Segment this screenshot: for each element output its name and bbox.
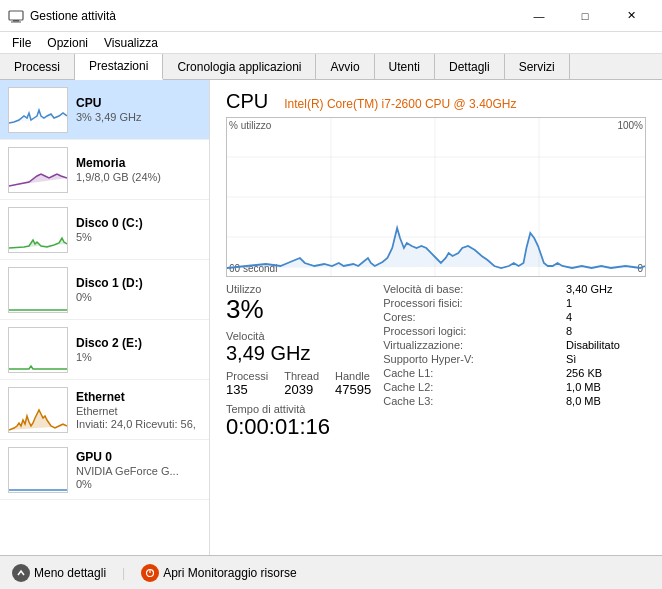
details-row: Velocità di base:3,40 GHz bbox=[383, 283, 646, 295]
bottom-separator: | bbox=[122, 566, 125, 580]
sidebar-cpu-subtitle: 3% 3,49 GHz bbox=[76, 111, 201, 123]
svg-rect-2 bbox=[11, 21, 21, 22]
tempo-label: Tempo di attività bbox=[226, 403, 371, 415]
sidebar-disco0-title: Disco 0 (C:) bbox=[76, 216, 201, 230]
sidebar-thumb-disco0 bbox=[8, 207, 68, 253]
chart-svg bbox=[227, 118, 645, 276]
svg-rect-1 bbox=[13, 20, 19, 22]
close-button[interactable]: ✕ bbox=[608, 0, 654, 32]
menu-file[interactable]: File bbox=[4, 34, 39, 52]
detail-value: 1,0 MB bbox=[566, 381, 646, 393]
detail-key: Cache L1: bbox=[383, 367, 433, 379]
sidebar-item-gpu0[interactable]: GPU 0 NVIDIA GeForce G... 0% bbox=[0, 440, 209, 500]
details-row: Cores:4 bbox=[383, 311, 646, 323]
sidebar-memoria-title: Memoria bbox=[76, 156, 201, 170]
content-area: CPU Intel(R) Core(TM) i7-2600 CPU @ 3.40… bbox=[210, 80, 662, 555]
detail-value: 8,0 MB bbox=[566, 395, 646, 407]
detail-key: Supporto Hyper-V: bbox=[383, 353, 474, 365]
details-row: Processori logici:8 bbox=[383, 325, 646, 337]
sidebar-ethernet-subtitle: Ethernet bbox=[76, 405, 201, 417]
detail-key: Cache L2: bbox=[383, 381, 433, 393]
details-col: Velocità di base:3,40 GHzProcessori fisi… bbox=[383, 283, 646, 439]
minimize-button[interactable]: — bbox=[516, 0, 562, 32]
menu-visualizza[interactable]: Visualizza bbox=[96, 34, 166, 52]
open-monitor-label: Apri Monitoraggio risorse bbox=[163, 566, 296, 580]
sidebar-disco1-subtitle: 0% bbox=[76, 291, 201, 303]
processi-label: Processi bbox=[226, 370, 268, 382]
sidebar-item-disco1[interactable]: Disco 1 (D:) 0% bbox=[0, 260, 209, 320]
tab-bar: Processi Prestazioni Cronologia applicaz… bbox=[0, 54, 662, 80]
sidebar-info-disco1: Disco 1 (D:) 0% bbox=[76, 276, 201, 303]
open-monitor-link[interactable]: Apri Monitoraggio risorse bbox=[141, 564, 296, 582]
bottom-bar: Meno dettagli | Apri Monitoraggio risors… bbox=[0, 555, 662, 589]
detail-value: Sì bbox=[566, 353, 646, 365]
sidebar-item-cpu[interactable]: CPU 3% 3,49 GHz bbox=[0, 80, 209, 140]
tab-servizi[interactable]: Servizi bbox=[505, 54, 570, 79]
sidebar-ethernet-subtitle2: Inviati: 24,0 Ricevuti: 56, bbox=[76, 418, 201, 430]
detail-key: Processori logici: bbox=[383, 325, 466, 337]
less-details-link[interactable]: Meno dettagli bbox=[12, 564, 106, 582]
handle-label: Handle bbox=[335, 370, 371, 382]
sidebar-item-disco0[interactable]: Disco 0 (C:) 5% bbox=[0, 200, 209, 260]
thread-label: Thread bbox=[284, 370, 319, 382]
sidebar-item-disco2[interactable]: Disco 2 (E:) 1% bbox=[0, 320, 209, 380]
details-row: Processori fisici:1 bbox=[383, 297, 646, 309]
velocita-value: 3,49 GHz bbox=[226, 342, 371, 364]
tab-processi[interactable]: Processi bbox=[0, 54, 75, 79]
content-subtitle: Intel(R) Core(TM) i7-2600 CPU @ 3.40GHz bbox=[284, 97, 516, 111]
menu-opzioni[interactable]: Opzioni bbox=[39, 34, 96, 52]
tab-prestazioni[interactable]: Prestazioni bbox=[75, 54, 163, 80]
less-details-label: Meno dettagli bbox=[34, 566, 106, 580]
monitor-icon bbox=[141, 564, 159, 582]
sidebar-thumb-memoria bbox=[8, 147, 68, 193]
tab-avvio[interactable]: Avvio bbox=[316, 54, 374, 79]
main-area: CPU 3% 3,49 GHz Memoria 1,9/8,0 GB (24%) bbox=[0, 80, 662, 555]
sidebar-thumb-ethernet bbox=[8, 387, 68, 433]
sidebar-info-cpu: CPU 3% 3,49 GHz bbox=[76, 96, 201, 123]
svg-rect-0 bbox=[9, 11, 23, 20]
details-row: Cache L3:8,0 MB bbox=[383, 395, 646, 407]
sidebar-gpu0-subtitle3: 0% bbox=[76, 478, 201, 490]
sidebar: CPU 3% 3,49 GHz Memoria 1,9/8,0 GB (24%) bbox=[0, 80, 210, 555]
sidebar-info-gpu0: GPU 0 NVIDIA GeForce G... 0% bbox=[76, 450, 201, 490]
tab-cronologia[interactable]: Cronologia applicazioni bbox=[163, 54, 316, 79]
sidebar-disco0-subtitle: 5% bbox=[76, 231, 201, 243]
left-stats: Utilizzo 3% Velocità 3,49 GHz Processi 1… bbox=[226, 283, 371, 439]
sidebar-cpu-title: CPU bbox=[76, 96, 201, 110]
sidebar-info-ethernet: Ethernet Ethernet Inviati: 24,0 Ricevuti… bbox=[76, 390, 201, 430]
app-icon bbox=[8, 8, 24, 24]
sidebar-memoria-subtitle: 1,9/8,0 GB (24%) bbox=[76, 171, 201, 183]
app-title: Gestione attività bbox=[30, 9, 116, 23]
cpu-chart: % utilizzo 100% 60 secondi 0 bbox=[226, 117, 646, 277]
tempo-value: 0:00:01:16 bbox=[226, 415, 371, 439]
detail-value: 256 KB bbox=[566, 367, 646, 379]
details-row: Cache L1:256 KB bbox=[383, 367, 646, 379]
title-bar: Gestione attività — □ ✕ bbox=[0, 0, 662, 32]
content-title: CPU bbox=[226, 90, 268, 113]
detail-value: Disabilitato bbox=[566, 339, 646, 351]
tab-dettagli[interactable]: Dettagli bbox=[435, 54, 505, 79]
handle-value: 47595 bbox=[335, 382, 371, 397]
details-row: Virtualizzazione:Disabilitato bbox=[383, 339, 646, 351]
stats-section: Utilizzo 3% Velocità 3,49 GHz Processi 1… bbox=[226, 283, 646, 439]
thread-value: 2039 bbox=[284, 382, 319, 397]
detail-value: 4 bbox=[566, 311, 646, 323]
processi-value: 135 bbox=[226, 382, 268, 397]
sidebar-gpu0-subtitle: NVIDIA GeForce G... bbox=[76, 465, 201, 477]
sidebar-item-memoria[interactable]: Memoria 1,9/8,0 GB (24%) bbox=[0, 140, 209, 200]
sidebar-thumb-disco1 bbox=[8, 267, 68, 313]
tab-utenti[interactable]: Utenti bbox=[375, 54, 435, 79]
detail-key: Velocità di base: bbox=[383, 283, 463, 295]
sidebar-thumb-gpu0 bbox=[8, 447, 68, 493]
detail-key: Virtualizzazione: bbox=[383, 339, 463, 351]
sidebar-disco2-subtitle: 1% bbox=[76, 351, 201, 363]
sidebar-disco2-title: Disco 2 (E:) bbox=[76, 336, 201, 350]
sidebar-info-disco2: Disco 2 (E:) 1% bbox=[76, 336, 201, 363]
maximize-button[interactable]: □ bbox=[562, 0, 608, 32]
detail-key: Processori fisici: bbox=[383, 297, 462, 309]
detail-key: Cores: bbox=[383, 311, 415, 323]
sidebar-item-ethernet[interactable]: Ethernet Ethernet Inviati: 24,0 Ricevuti… bbox=[0, 380, 209, 440]
utilizzo-value: 3% bbox=[226, 295, 371, 324]
details-row: Supporto Hyper-V:Sì bbox=[383, 353, 646, 365]
title-bar-left: Gestione attività bbox=[8, 8, 116, 24]
